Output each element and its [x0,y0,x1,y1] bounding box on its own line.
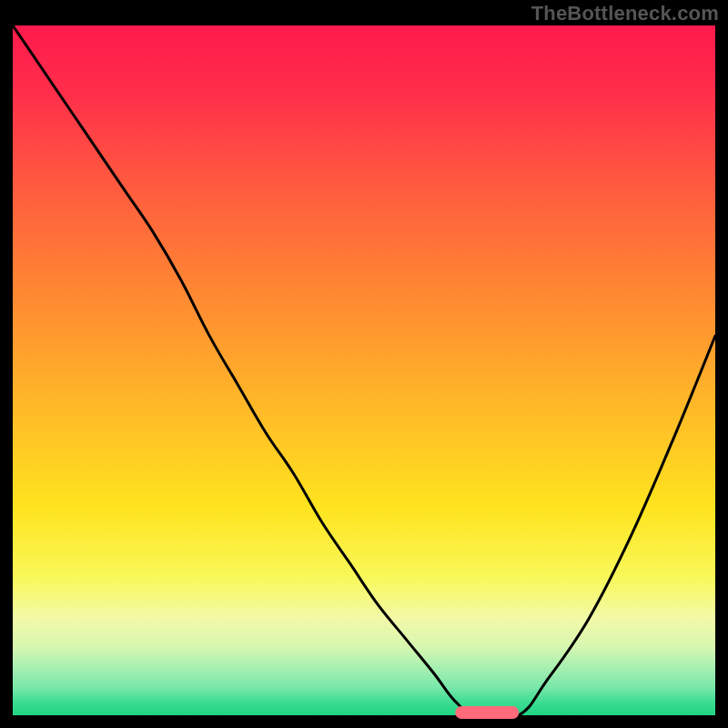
watermark-text: TheBottleneck.com [531,2,719,25]
chart-frame: TheBottleneck.com [0,0,728,728]
optimum-marker [455,706,518,719]
bottleneck-curve [13,25,715,715]
plot-area [13,25,715,715]
